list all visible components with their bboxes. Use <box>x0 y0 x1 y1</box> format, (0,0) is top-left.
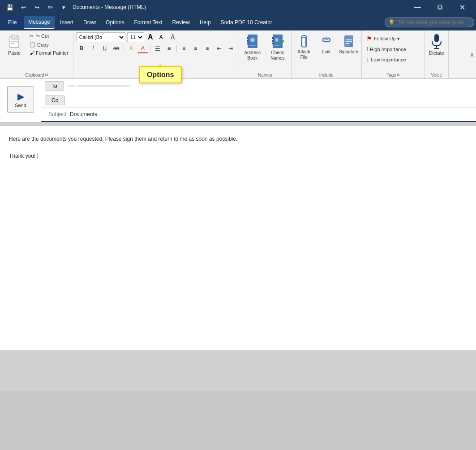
compose-wrapper: ▶ Send To Cc S <box>0 79 476 122</box>
high-importance-button[interactable]: ! High Importance <box>365 45 408 53</box>
minimize-button[interactable]: — <box>407 0 428 14</box>
grow-font-button[interactable]: A <box>146 33 155 42</box>
underline-button[interactable]: U <box>99 43 110 53</box>
clipboard-expander[interactable]: ⧉ <box>45 73 48 78</box>
strikethrough-button[interactable]: ab <box>111 43 122 53</box>
tell-me-input[interactable] <box>385 17 474 27</box>
tags-expander[interactable]: ⧉ <box>397 73 399 78</box>
message-body[interactable]: Here are the documents you requested. Pl… <box>0 126 476 350</box>
title-bar-left: 💾 ↩ ↪ ✏ ▾ Documents - Message (HTML) <box>4 1 146 13</box>
cut-icon: ✂ <box>30 33 34 39</box>
font-family-select[interactable]: Calibri (Bo <box>76 32 125 42</box>
menu-item-review[interactable]: Review <box>168 16 194 29</box>
format-divider <box>124 45 124 52</box>
menu-item-options[interactable]: Options <box>101 16 129 29</box>
highlight-button[interactable]: A <box>126 43 137 53</box>
align-left-button[interactable]: ≡ <box>179 43 189 53</box>
message-line-1: Here are the documents you requested. Pl… <box>9 135 467 143</box>
follow-up-button[interactable]: ⚑ Follow Up ▾ <box>365 34 402 43</box>
cc-value <box>69 99 476 102</box>
bullets-button[interactable]: ☰ <box>152 43 163 53</box>
subject-field: Subject Documents <box>41 108 476 122</box>
names-group: AddressBook CheckNames N <box>239 30 292 78</box>
close-button[interactable]: ✕ <box>452 0 472 14</box>
customize-qat-button[interactable]: ▾ <box>57 1 70 13</box>
restore-button[interactable]: ⧉ <box>429 0 450 14</box>
cc-button[interactable]: Cc <box>45 95 65 105</box>
cursor <box>36 153 38 159</box>
signature-button[interactable]: Signature <box>339 32 359 56</box>
title-bar: 💾 ↩ ↪ ✏ ▾ Documents - Message (HTML) — ⧉… <box>0 0 476 14</box>
address-book-icon <box>245 33 260 50</box>
link-label: Link <box>322 49 330 55</box>
message-line-3: Thank you! <box>9 152 467 160</box>
to-value <box>68 83 476 89</box>
menu-item-format-text[interactable]: Format Text <box>129 16 167 29</box>
font-size-select[interactable]: 11 <box>127 32 144 42</box>
indent-decrease-button[interactable]: ⇤ <box>214 43 224 53</box>
dictate-button[interactable]: Dictate <box>428 32 446 56</box>
tags-footer: Tags ⧉ <box>362 72 425 78</box>
email-fields: To Cc Subject Documents <box>41 79 476 122</box>
send-button[interactable]: ▶ Send <box>7 86 34 113</box>
menu-item-message[interactable]: Message <box>24 16 55 29</box>
flag-icon: ⚑ <box>366 35 372 42</box>
to-pills <box>68 85 476 87</box>
redo-button[interactable]: ↪ <box>30 1 43 13</box>
ribbon-collapse-button[interactable]: ∧ <box>468 30 476 78</box>
to-recipient-1 <box>68 85 75 87</box>
options-popup: Options <box>139 66 182 83</box>
clipboard-group-content: Paste ✂ ✂ Cut 📋 Copy 🖌 Format Painter <box>0 30 73 72</box>
quick-access-toolbar: 💾 ↩ ↪ ✏ ▾ <box>4 1 70 13</box>
link-icon <box>319 33 334 49</box>
to-button[interactable]: To <box>45 81 64 91</box>
font-color-button[interactable]: A <box>137 43 148 53</box>
copy-button[interactable]: 📋 Copy <box>28 41 70 48</box>
format-painter-button[interactable]: 🖌 Format Painter <box>28 49 70 56</box>
format-divider2 <box>150 45 150 52</box>
lightbulb-icon: 💡 <box>388 19 395 26</box>
link-button[interactable]: Link <box>317 32 336 56</box>
window-title: Documents - Message (HTML) <box>73 4 146 10</box>
paste-button[interactable]: Paste <box>3 32 26 56</box>
shrink-font-button[interactable]: A <box>157 33 166 42</box>
menu-item-soda[interactable]: Soda PDF 10 Creator <box>216 16 277 29</box>
menu-item-file[interactable]: File <box>2 16 23 29</box>
undo-button[interactable]: ↩ <box>17 1 30 13</box>
check-names-icon <box>270 33 285 50</box>
message-line-2 <box>9 143 467 152</box>
italic-button[interactable]: I <box>88 43 99 53</box>
paste-icon <box>6 33 22 49</box>
names-content: AddressBook CheckNames <box>239 30 291 72</box>
send-area: ▶ Send <box>0 79 41 122</box>
check-names-button[interactable]: CheckNames <box>267 32 288 62</box>
clipboard-sub-buttons: ✂ ✂ Cut 📋 Copy 🖌 Format Painter <box>28 32 70 56</box>
menu-item-help[interactable]: Help <box>195 16 215 29</box>
save-button[interactable]: 💾 <box>4 1 16 13</box>
voice-group: Dictate Voice <box>425 30 449 78</box>
cut-button[interactable]: ✂ ✂ Cut <box>28 32 70 40</box>
svg-rect-11 <box>272 37 274 39</box>
subject-value: Documents <box>70 109 97 119</box>
svg-rect-16 <box>344 35 353 47</box>
touch-mode-button[interactable]: ✏ <box>44 1 56 13</box>
low-importance-button[interactable]: ↓ Low Importance <box>365 55 408 64</box>
send-label: Send <box>15 103 26 108</box>
align-center-button[interactable]: ≡ <box>190 43 201 53</box>
numbering-button[interactable]: ≡ <box>164 43 175 53</box>
bold-button[interactable]: B <box>76 43 87 53</box>
attach-file-button[interactable]: AttachFile <box>294 32 314 61</box>
clear-formatting-button[interactable]: Ā <box>167 32 178 42</box>
align-right-button[interactable]: ≡ <box>202 43 213 53</box>
svg-rect-8 <box>247 43 249 44</box>
address-book-button[interactable]: AddressBook <box>242 32 263 62</box>
signature-label: Signature <box>339 49 358 55</box>
menu-item-draw[interactable]: Draw <box>79 16 100 29</box>
include-content: AttachFile Link <box>292 30 361 72</box>
to-field: To <box>41 79 476 93</box>
indent-increase-button[interactable]: ⇥ <box>225 43 236 53</box>
high-importance-icon: ! <box>366 46 368 52</box>
window-controls: — ⧉ ✕ <box>407 0 472 14</box>
toolbar: Paste ✂ ✂ Cut 📋 Copy 🖌 Format Painter Cl <box>0 30 476 79</box>
menu-item-insert[interactable]: Insert <box>56 16 78 29</box>
